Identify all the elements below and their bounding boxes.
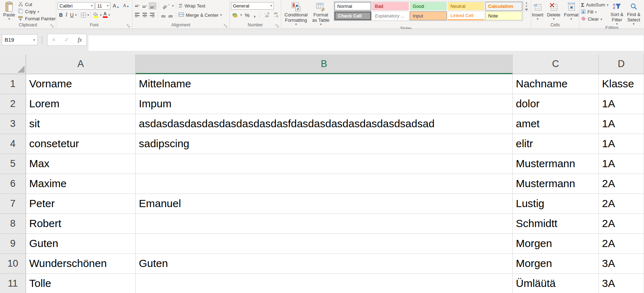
underline-button[interactable]: U — [69, 12, 75, 18]
alignment-dialog-launcher[interactable] — [224, 23, 228, 27]
percent-style-button[interactable]: % — [244, 12, 251, 19]
cell-D4[interactable]: 1A — [599, 134, 644, 154]
cell-B10[interactable]: Guten — [136, 254, 513, 274]
accounting-format-button[interactable] — [231, 12, 239, 18]
fill-color-button[interactable] — [92, 12, 100, 19]
increase-indent-button[interactable]: → — [167, 12, 174, 18]
cell-C2[interactable]: dolor — [513, 94, 599, 114]
cell-C5[interactable]: Mustermann — [513, 154, 599, 174]
cell-B8[interactable] — [136, 214, 513, 234]
style-chip-good[interactable]: Good — [410, 2, 447, 11]
paste-button[interactable]: Paste ▾ — [1, 1, 17, 21]
row-header-5[interactable]: 5 — [0, 154, 26, 174]
gallery-scroll-up[interactable]: ▲ — [523, 1, 529, 5]
column-header-B[interactable]: B — [136, 55, 513, 74]
cell-B9[interactable] — [136, 234, 513, 254]
cell-D2[interactable]: 1A — [599, 94, 644, 114]
wrap-text-button[interactable]: abc↵ Wrap Text — [179, 2, 205, 9]
cell-A1[interactable]: Vorname — [26, 74, 136, 94]
align-top-button[interactable] — [134, 4, 141, 7]
row-header-2[interactable]: 2 — [0, 94, 26, 114]
style-chip-explanatory[interactable]: Explanatory ... — [372, 11, 409, 20]
font-dialog-launcher[interactable] — [127, 23, 131, 27]
clipboard-dialog-launcher[interactable] — [51, 23, 55, 27]
column-header-D[interactable]: D — [599, 55, 644, 74]
cell-C8[interactable]: Schmidtt — [513, 214, 599, 234]
cell-A7[interactable]: Peter — [26, 194, 136, 214]
cell-D8[interactable]: 2A — [599, 214, 644, 234]
cell-D7[interactable]: 2A — [599, 194, 644, 214]
decrease-indent-button[interactable]: ← — [160, 12, 167, 18]
row-header-1[interactable]: 1 — [0, 74, 26, 94]
cell-A6[interactable]: Maxime — [26, 174, 136, 194]
cell-B11[interactable] — [136, 274, 513, 293]
align-right-button[interactable] — [149, 12, 156, 18]
number-format-select[interactable]: General▾ — [231, 2, 274, 10]
cell-B4[interactable]: sadipscing — [136, 134, 513, 154]
cell-C6[interactable]: Mustermann — [513, 174, 599, 194]
row-header-4[interactable]: 4 — [0, 134, 26, 154]
copy-button[interactable]: Copy ▾ — [18, 8, 56, 15]
style-chip-normal[interactable]: Normal — [334, 2, 371, 11]
align-left-button[interactable] — [134, 12, 141, 18]
cell-C3[interactable]: amet — [513, 114, 599, 134]
column-header-A[interactable]: A — [26, 55, 136, 74]
borders-button[interactable] — [80, 12, 87, 19]
select-all-corner[interactable] — [0, 55, 26, 74]
decrease-decimal-button[interactable]: .00→.0 — [272, 11, 279, 19]
cell-B5[interactable] — [136, 154, 513, 174]
cell-B6[interactable] — [136, 174, 513, 194]
gallery-expand[interactable]: ▬▼ — [523, 8, 529, 11]
cell-D11[interactable]: 3A — [599, 274, 644, 293]
cell-A9[interactable]: Guten — [26, 234, 136, 254]
cell-A3[interactable]: sit — [26, 114, 136, 134]
cell-B7[interactable]: Emanuel — [136, 194, 513, 214]
cell-C1[interactable]: Nachname — [513, 74, 599, 94]
align-center-button[interactable] — [141, 12, 148, 18]
align-bottom-button[interactable] — [149, 2, 156, 9]
cell-C10[interactable]: Morgen — [513, 254, 599, 274]
cell-D6[interactable]: 2A — [599, 174, 644, 194]
style-chip-linked[interactable]: Linked Cell — [447, 11, 485, 20]
cell-C11[interactable]: Ümläütä — [513, 274, 599, 293]
insert-cells-button[interactable]: Insert ▾ — [530, 1, 545, 21]
autosum-button[interactable]: Σ AutoSum ▾ — [581, 1, 608, 8]
italic-button[interactable]: I — [64, 12, 69, 18]
font-color-button[interactable]: A — [102, 11, 109, 19]
row-header-11[interactable]: 11 — [0, 274, 26, 293]
font-family-select[interactable]: Calibri▾ — [58, 2, 94, 10]
row-header-7[interactable]: 7 — [0, 194, 26, 214]
cut-button[interactable]: Cut — [18, 1, 56, 8]
cell-B3[interactable]: asdasdasdasdasdasdasdasdasfdasdasdasdasd… — [136, 114, 513, 134]
number-dialog-launcher[interactable] — [276, 23, 280, 27]
conditional-formatting-button[interactable]: ≠ Conditional Formatting ▾ — [283, 1, 309, 26]
orientation-button[interactable]: ab→ — [161, 3, 171, 9]
bold-button[interactable]: B — [58, 12, 64, 18]
increase-font-button[interactable]: A▲ — [111, 2, 121, 9]
format-painter-button[interactable]: Format Painter — [18, 15, 56, 22]
cell-D1[interactable]: Klasse — [599, 74, 644, 94]
cell-C7[interactable]: Lustig — [513, 194, 599, 214]
row-header-9[interactable]: 9 — [0, 234, 26, 254]
accounting-dropdown-arrow[interactable]: ▾ — [240, 14, 242, 16]
cell-A5[interactable]: Max — [26, 154, 136, 174]
format-cells-button[interactable]: Format ▾ — [562, 1, 580, 21]
cell-D3[interactable]: 1A — [599, 114, 644, 134]
row-header-6[interactable]: 6 — [0, 174, 26, 194]
style-chip-calculation[interactable]: Calculation — [485, 2, 522, 11]
merge-center-button[interactable]: Merge & Center ▾ — [178, 12, 222, 19]
cell-C4[interactable]: elitr — [513, 134, 599, 154]
format-as-table-button[interactable]: Format as Table ▾ — [309, 1, 332, 26]
find-select-button[interactable]: Find & Select ▾ — [625, 1, 642, 25]
cell-C9[interactable]: Morgen — [513, 234, 599, 254]
clear-button[interactable]: Clear ▾ — [581, 16, 608, 22]
name-box[interactable]: B19 ▾ — [2, 34, 38, 45]
fill-button[interactable]: Fill ▾ — [581, 9, 608, 15]
sort-filter-button[interactable]: AZ Sort & Filter ▾ — [608, 1, 625, 25]
cell-A10[interactable]: Wunderschönen — [26, 254, 136, 274]
font-color-dropdown-arrow[interactable]: ▾ — [109, 14, 110, 16]
align-middle-button[interactable] — [141, 4, 148, 8]
column-header-C[interactable]: C — [513, 55, 599, 74]
cell-B2[interactable]: Impum — [136, 94, 513, 114]
cell-B1[interactable]: Mittelname — [136, 74, 513, 94]
